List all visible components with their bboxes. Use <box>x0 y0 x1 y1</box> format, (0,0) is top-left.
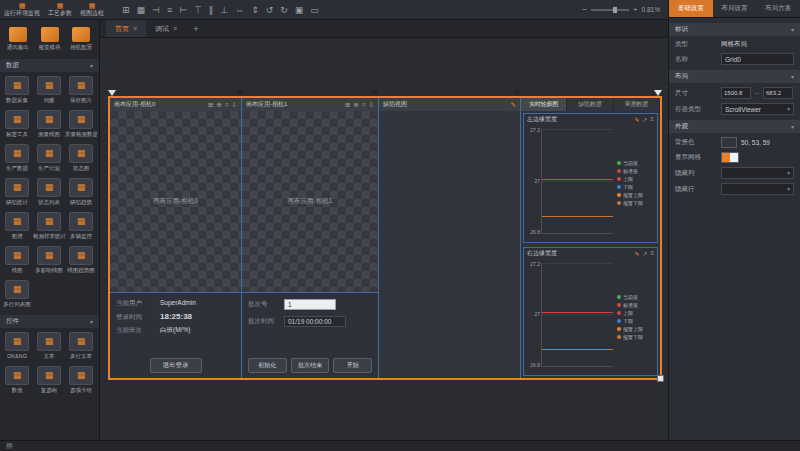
properties-tab[interactable]: 基础设置 <box>669 0 713 17</box>
toolbox-item[interactable]: ▦ 状态图 <box>65 144 97 172</box>
batch-action-button[interactable]: 批次结束 <box>291 358 330 373</box>
chart-menu-icon[interactable]: ≡ <box>650 116 654 123</box>
camera0-panel[interactable]: 画布应用-相机0 ⊞ ⊕ ⌗ ⇩ 画布应用-相机0 当前用户 <box>110 98 242 378</box>
toolbox-item[interactable]: ▦ 线图趋势图 <box>65 246 97 274</box>
zoom-in-icon[interactable]: ⊕ <box>216 101 221 109</box>
link-size-icon[interactable]: ⇔ <box>754 90 760 96</box>
edit-icon[interactable]: ✎ <box>634 250 639 257</box>
toolbox-item[interactable]: ▦ 多行文本 <box>65 332 97 360</box>
detail-tab[interactable]: 量测数据 <box>614 98 660 111</box>
resize-handle[interactable] <box>657 375 664 382</box>
lock-icon[interactable]: ▣ <box>295 5 304 15</box>
column-divider-marker[interactable] <box>371 90 379 96</box>
batch-no-input[interactable]: 1 <box>284 299 336 310</box>
toolbox-item[interactable]: ▦ 测量线图 <box>33 110 65 138</box>
toolbox-item[interactable]: ▦ 标定工具 <box>1 110 33 138</box>
column-divider-marker[interactable] <box>236 90 244 96</box>
toolbox-item[interactable]: ▦ 复选框 <box>33 366 65 394</box>
fit-icon[interactable]: ⊞ <box>208 101 213 109</box>
add-tab-button[interactable]: + <box>186 24 205 34</box>
toolbox-item[interactable]: ▦ 线图 <box>1 246 33 274</box>
container-type-select[interactable]: ScrollViewer ▾ <box>721 103 794 115</box>
table-icon[interactable]: ▦ <box>137 5 146 15</box>
ruler-icon[interactable]: ⌗ <box>225 101 229 109</box>
toolbox-item[interactable]: ▦ OK&NG <box>1 332 33 360</box>
toolbox-item[interactable]: ▦ 状态列表 <box>33 178 65 206</box>
section-identity[interactable]: 标识 ▾ <box>669 23 800 36</box>
zoom-out-icon[interactable]: − <box>582 5 587 14</box>
measurement-panel[interactable]: 实时轮廓图 缺陷数据 量测数据 左边缘宽度 ✎ <box>521 98 660 378</box>
toolbox-item[interactable]: ▦ 生产计划 <box>33 144 65 172</box>
sidebar-section-data[interactable]: 数据 ▾ <box>0 59 99 72</box>
toolbox-item[interactable]: 相机配置 <box>65 27 97 51</box>
camera0-image-area[interactable]: 画布应用-相机0 <box>110 111 241 292</box>
toolbox-item[interactable]: ▦ 质量检测数据 <box>65 110 97 138</box>
width-input[interactable]: 1500.8 <box>721 87 751 99</box>
toolbox-item[interactable]: ▦ 多轴监控 <box>65 212 97 240</box>
zoom-in-icon[interactable]: ⊕ <box>353 101 358 109</box>
section-layout[interactable]: 布局 ▾ <box>669 70 800 83</box>
sidebar-section-controls[interactable]: 控件 ▾ <box>0 315 99 328</box>
toolbox-item[interactable]: ▦ 多行列表图 <box>1 280 33 308</box>
toolbox-item[interactable]: ▦ 伺服 <box>33 76 65 104</box>
canvas-surface[interactable]: 画布应用-相机0 ⊞ ⊕ ⌗ ⇩ 画布应用-相机0 当前用户 <box>100 38 668 440</box>
redo-icon[interactable]: ↻ <box>280 5 288 15</box>
tab-menu-icon[interactable]: ≡ <box>173 25 177 32</box>
edit-icon[interactable]: ✎ <box>634 116 639 123</box>
undo-icon[interactable]: ↺ <box>266 5 274 15</box>
toolbox-item[interactable]: ▦ 检测样本统计 <box>33 212 65 240</box>
tab-menu-icon[interactable]: ≡ <box>133 25 137 32</box>
align-bottom-icon[interactable]: ⊥ <box>220 5 228 15</box>
save-image-icon[interactable]: ⇩ <box>369 101 374 109</box>
detail-tab[interactable]: 缺陷数据 <box>567 98 613 111</box>
chart-menu-icon[interactable]: ≡ <box>650 250 654 257</box>
toolbox-item[interactable]: ▦ 保存图片 <box>65 76 97 104</box>
toolbox-item[interactable]: 通讯输出 <box>2 27 34 51</box>
ruler-icon[interactable]: ⌗ <box>362 101 366 109</box>
toolbox-item[interactable]: ▦ 选项卡组 <box>65 366 97 394</box>
toolbox-item[interactable]: ▦ 文本 <box>33 332 65 360</box>
section-appearance[interactable]: 外观 ▾ <box>669 120 800 133</box>
chart-right-edge-width[interactable]: 右边缘宽度 ✎ ↗ ≡ 27.2 27 <box>523 247 658 377</box>
batch-action-button[interactable]: 初始化 <box>248 358 287 373</box>
zoom-slider[interactable] <box>591 9 629 11</box>
ribbon-button[interactable]: ▦ 运行环境监视 <box>0 2 44 17</box>
same-width-icon[interactable]: ⇔ <box>235 5 244 15</box>
grid-color-swatch[interactable] <box>721 152 739 163</box>
same-height-icon[interactable]: ⇕ <box>251 5 259 15</box>
logout-button[interactable]: 退出登录 <box>150 358 202 373</box>
align-center-icon[interactable]: ≡ <box>167 5 172 15</box>
defect-view-area[interactable] <box>379 111 520 378</box>
ribbon-button[interactable]: ▦ 工艺参数 <box>44 2 76 17</box>
toolbox-item[interactable]: ▦ 数值 <box>1 366 33 394</box>
align-left-icon[interactable]: ⊣ <box>152 5 160 15</box>
toolbox-item[interactable]: ▦ 图谱 <box>1 212 33 240</box>
expand-icon[interactable]: ↗ <box>642 250 647 257</box>
edit-icon[interactable]: ✎ <box>511 101 516 109</box>
canvas-tab[interactable]: 首页 ≡ <box>106 20 146 37</box>
hidden-rows-select[interactable]: ▾ <box>721 183 794 195</box>
properties-tab[interactable]: 布局方案 <box>756 0 800 17</box>
selected-grid-container[interactable]: 画布应用-相机0 ⊞ ⊕ ⌗ ⇩ 画布应用-相机0 当前用户 <box>108 96 662 380</box>
background-color-swatch[interactable] <box>721 137 737 148</box>
align-right-icon[interactable]: ⊢ <box>179 5 187 15</box>
detail-tab[interactable]: 实时轮廓图 <box>521 98 567 111</box>
chart-left-edge-width[interactable]: 左边缘宽度 ✎ ↗ ≡ 27.2 27 <box>523 113 658 243</box>
toolbox-item[interactable]: ▦ 多影响线图 <box>33 246 65 274</box>
toolbox-item[interactable]: ▦ 缺陷趋势 <box>65 178 97 206</box>
column-divider-marker[interactable] <box>513 90 521 96</box>
selection-marker[interactable] <box>108 90 116 96</box>
camera1-image-area[interactable]: 画布应用-相机1 <box>242 111 378 292</box>
zoom-in-icon[interactable]: + <box>633 5 638 14</box>
grid-icon[interactable]: ⊞ <box>122 5 130 15</box>
canvas-tab[interactable]: 调试 ≡ <box>146 20 186 37</box>
hidden-columns-select[interactable]: ▾ <box>721 167 794 179</box>
align-top-icon[interactable]: ⊤ <box>194 5 202 15</box>
save-image-icon[interactable]: ⇩ <box>232 101 237 109</box>
ribbon-button[interactable]: ▦ 视图边框 <box>76 2 108 17</box>
batch-action-button[interactable]: 开始 <box>333 358 372 373</box>
properties-tab[interactable]: 布局设置 <box>713 0 757 17</box>
toolbox-item[interactable]: ▦ 生产数据 <box>1 144 33 172</box>
fit-icon[interactable]: ⊞ <box>345 101 350 109</box>
camera1-panel[interactable]: 画布应用-相机1 ⊞ ⊕ ⌗ ⇩ 画布应用-相机1 批次号 <box>242 98 379 378</box>
